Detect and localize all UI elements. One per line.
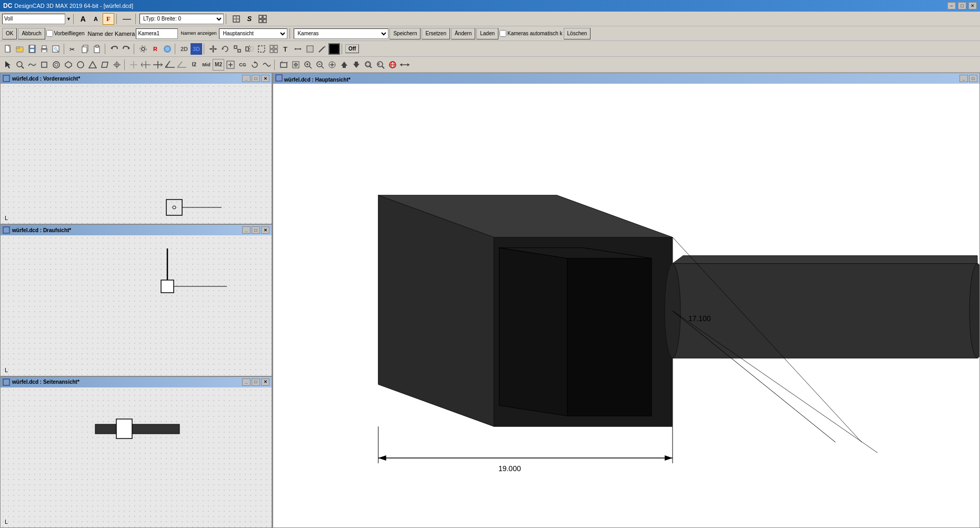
move-btn[interactable] [207,43,219,55]
parallelogram-btn[interactable] [99,59,111,71]
i2-btn[interactable]: I2 [188,59,200,71]
2d-btn[interactable]: 2D [178,43,190,55]
select-btn[interactable] [256,43,267,55]
snap-cross-btn[interactable] [128,59,139,71]
ortho-btn[interactable] [152,59,164,71]
ok-button[interactable]: OK [2,28,17,39]
maximize-vp-btn[interactable]: □ [252,226,260,234]
zoom-rect-btn[interactable] [363,59,374,71]
font-size-large-btn[interactable]: A [77,13,89,25]
circle-btn[interactable] [75,59,86,71]
font-bold-btn[interactable]: F [103,13,114,25]
maximize-vp-btn[interactable]: □ [252,75,260,82]
redo-btn[interactable] [121,43,132,55]
vorbeifliegen-checkbox[interactable] [46,30,53,37]
crosshair-btn[interactable] [111,59,123,71]
globe-btn[interactable] [387,59,398,71]
rectangle-btn[interactable]: R [149,43,161,55]
mirror-btn[interactable] [244,43,255,55]
copy-btn[interactable] [79,43,91,55]
view-box-btn[interactable] [278,59,289,71]
settings-btn[interactable] [137,43,149,55]
abbruch-button[interactable]: Abbruch [18,28,45,39]
minimize-button[interactable]: − [947,2,956,9]
s-btn[interactable]: S [244,13,255,25]
zoom-btn[interactable] [14,59,26,71]
close-vp-btn[interactable]: ✕ [261,378,269,386]
pan-down-btn[interactable] [351,59,362,71]
dim-btn[interactable] [292,43,304,55]
m2-btn[interactable]: M2 [213,59,224,71]
zoom-all-btn[interactable] [326,59,338,71]
speichern-button[interactable]: Speichern [389,28,421,39]
undo-btn[interactable] [108,43,120,55]
group-btn[interactable] [268,43,279,55]
pan-up-btn[interactable] [338,59,350,71]
open-btn[interactable] [14,43,26,55]
text-btn[interactable]: T [280,43,292,55]
arrow-select-btn[interactable] [2,59,14,71]
hauptansicht-select[interactable]: Hauptansicht [219,28,287,39]
maximize-vp-btn[interactable]: □ [252,378,260,386]
print-preview-btn[interactable]: 🔍 [51,43,62,55]
3d-btn[interactable]: 3D [191,43,202,55]
font-size-small-btn[interactable]: A [90,13,102,25]
paste-btn[interactable] [92,43,103,55]
ring-btn[interactable] [51,59,62,71]
save-btn[interactable] [26,43,38,55]
maximize-vp-btn[interactable]: □ [969,75,977,82]
line-style-btn[interactable]: — [121,13,133,25]
box-btn[interactable] [38,59,50,71]
zoom-fit-btn[interactable] [290,59,302,71]
ersetzen-button[interactable]: Ersetzen [422,28,449,39]
wave2-btn[interactable] [261,59,273,71]
minimize-vp-btn[interactable]: _ [959,75,968,82]
line-type-select[interactable]: LTyp: 0 Breite: 0 [139,14,224,24]
andern-button[interactable]: Ändern [451,28,475,39]
arrows-btn[interactable] [399,59,411,71]
scale-btn[interactable] [232,43,243,55]
polygon-btn[interactable] [63,59,74,71]
pencil-btn[interactable] [316,43,328,55]
rotate2-btn[interactable] [249,59,261,71]
cg-btn[interactable]: CG [237,59,248,71]
main-3d-content[interactable]: 17.100 19.000 [273,84,979,527]
print-btn[interactable] [38,43,50,55]
render-btn[interactable] [162,43,173,55]
new-btn[interactable] [2,43,14,55]
zoom-out-btn[interactable] [314,59,326,71]
close-button[interactable]: ✕ [968,2,977,9]
seitenansicht-content[interactable]: L [1,387,272,527]
wave-btn[interactable] [26,59,38,71]
font-name-input[interactable] [2,14,65,24]
snap-angle-btn[interactable] [176,59,188,71]
snap-grid-btn[interactable] [140,59,152,71]
vorbeifliegen-check[interactable]: Vorbeifliegen [46,30,85,37]
minimize-vp-btn[interactable]: _ [242,378,251,386]
kameras-select[interactable]: Kameras [294,28,388,39]
maximize-button[interactable]: □ [958,2,966,9]
kameras-auto-check[interactable]: Kameras automatisch k [499,30,563,37]
angle-btn[interactable] [164,59,176,71]
zoom-in-btn[interactable] [302,59,314,71]
close-vp-btn[interactable]: ✕ [261,75,269,82]
loschen-button[interactable]: Löschen [564,28,591,39]
hatch-btn[interactable] [304,43,316,55]
draufsicht-content[interactable]: L [1,235,272,375]
snap-icon-btn[interactable] [230,13,243,25]
minimize-vp-btn[interactable]: _ [242,75,251,82]
zoom-prev-btn[interactable] [375,59,386,71]
cut-btn[interactable]: ✂ [67,43,79,55]
vorderansicht-content[interactable]: L [1,84,272,224]
mid-btn[interactable]: Mid [201,59,212,71]
grid-btn[interactable] [256,13,269,25]
close-vp-btn[interactable]: ✕ [261,226,269,234]
minimize-vp-btn[interactable]: _ [242,226,251,234]
color-btn[interactable] [328,43,340,55]
rotate-btn[interactable] [219,43,231,55]
off-button[interactable]: Off [345,44,359,53]
laden-button[interactable]: Laden [476,28,498,39]
triangle-btn[interactable] [87,59,98,71]
kamera-name-input[interactable] [136,28,178,39]
snap-plus-btn[interactable] [225,59,236,71]
